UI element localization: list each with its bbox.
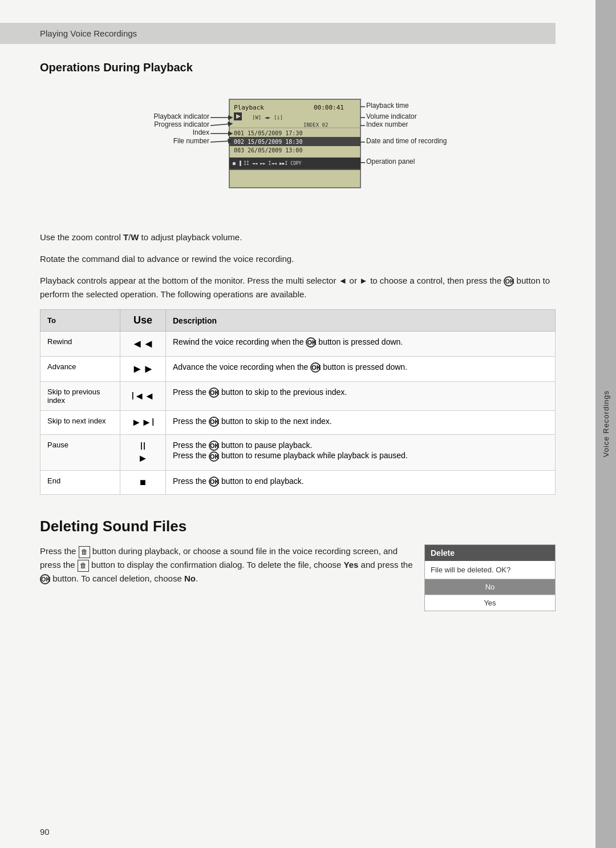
ok-icon: OK <box>209 417 219 427</box>
operations-title: Operations During Playback <box>40 61 556 74</box>
table-row: End ■ Press the OK button to end playbac… <box>40 471 556 495</box>
svg-text:■ ▐ II ◄◄ ►► I◄◄ ▶▶I  COPY: ■ ▐ II ◄◄ ►► I◄◄ ▶▶I COPY <box>233 160 302 166</box>
ok-icon: OK <box>40 574 50 584</box>
table-cell-use: ►►I <box>120 411 166 435</box>
table-cell-to: Skip to previous index <box>40 382 120 411</box>
operations-table: To Use Description Rewind ◄◄ Rewind the … <box>40 309 556 495</box>
table-row: Skip to previous index I◄◄ Press the OK … <box>40 382 556 411</box>
delete-dialog-no[interactable]: No <box>425 579 555 595</box>
delete-dialog-message: File will be deleted. OK? <box>425 561 555 579</box>
table-cell-to: End <box>40 471 120 495</box>
svg-text:Operation panel: Operation panel <box>366 158 415 165</box>
header-section-label: Playing Voice Recordings <box>40 29 137 38</box>
svg-text:Playback indicator: Playback indicator <box>154 112 209 120</box>
svg-text:Date and time of recording: Date and time of recording <box>366 137 447 145</box>
table-row: Pause II► Press the OK button to pause p… <box>40 435 556 471</box>
table-row: Skip to next index ►►I Press the OK butt… <box>40 411 556 435</box>
table-cell-to: Rewind <box>40 332 120 357</box>
table-row: Rewind ◄◄ Rewind the voice recording whe… <box>40 332 556 357</box>
svg-text:Progress indicator: Progress indicator <box>154 120 209 128</box>
body-para-3: Playback controls appear at the bottom o… <box>40 274 556 301</box>
table-cell-use: ◄◄ <box>120 332 166 357</box>
table-cell-desc: Press the OK button to skip to the next … <box>166 411 556 435</box>
diagram-svg: Playback 00:00:41 [W] ◄► [i] INDEX 02 <box>121 88 475 213</box>
body-para-2: Rotate the command dial to advance or re… <box>40 252 556 266</box>
svg-text:001  15/05/2009  17:30: 001 15/05/2009 17:30 <box>234 130 302 136</box>
svg-text:002  15/05/2009  18:30: 002 15/05/2009 18:30 <box>234 139 302 145</box>
table-cell-desc: Press the OK button to end playback. <box>166 471 556 495</box>
svg-text:INDEX 02: INDEX 02 <box>303 122 328 128</box>
svg-text:Index number: Index number <box>366 120 408 128</box>
svg-text:00:00:41: 00:00:41 <box>314 104 344 111</box>
svg-rect-14 <box>229 169 360 170</box>
ok-icon: OK <box>310 362 321 373</box>
diagram-area: Playback 00:00:41 [W] ◄► [i] INDEX 02 <box>40 88 556 213</box>
table-cell-to: Pause <box>40 435 120 471</box>
ok-icon: OK <box>209 451 219 462</box>
table-cell-desc: Press the OK button to pause playback.Pr… <box>166 435 556 471</box>
diagram-wrapper: Playback 00:00:41 [W] ◄► [i] INDEX 02 <box>121 88 475 213</box>
ok-icon: OK <box>209 387 219 398</box>
svg-text:Playback: Playback <box>234 104 264 111</box>
svg-line-22 <box>210 141 230 142</box>
side-tab-label: Voice Recordings <box>602 390 610 457</box>
body-para-1: Use the zoom control T/W to adjust playb… <box>40 231 556 244</box>
svg-text:Volume indicator: Volume indicator <box>366 112 417 120</box>
svg-line-18 <box>210 124 230 126</box>
table-header-description: Description <box>166 310 556 332</box>
svg-text:003  26/05/2009  13:00: 003 26/05/2009 13:00 <box>234 147 302 154</box>
svg-text:File number: File number <box>173 137 209 145</box>
trash-icon: 🗑 <box>79 546 90 558</box>
table-cell-desc: Advance the voice recording when the OK … <box>166 357 556 382</box>
table-row: Advance ►► Advance the voice recording w… <box>40 357 556 382</box>
side-tab: Voice Recordings <box>595 0 616 848</box>
table-cell-use: ►► <box>120 357 166 382</box>
delete-dialog-title: Delete <box>425 545 555 561</box>
table-cell-to: Advance <box>40 357 120 382</box>
svg-text:Playback time: Playback time <box>366 102 409 110</box>
ok-icon: OK <box>209 441 219 451</box>
ok-icon: OK <box>209 477 219 487</box>
table-cell-desc: Rewind the voice recording when the OK b… <box>166 332 556 357</box>
table-header-use: Use <box>120 310 166 332</box>
table-cell-to: Skip to next index <box>40 411 120 435</box>
table-cell-use: I◄◄ <box>120 382 166 411</box>
table-cell-desc: Press the OK button to skip to the previ… <box>166 382 556 411</box>
table-header-to: To <box>40 310 120 332</box>
svg-text:Index: Index <box>193 128 209 136</box>
table-cell-use: II► <box>120 435 166 471</box>
delete-dialog: Delete File will be deleted. OK? No Yes <box>424 544 556 611</box>
trash-icon-2: 🗑 <box>78 560 89 572</box>
header-bar: Playing Voice Recordings <box>0 23 556 44</box>
ok-icon: OK <box>306 337 316 348</box>
delete-dialog-yes[interactable]: Yes <box>425 595 555 611</box>
deleting-title: Deleting Sound Files <box>40 518 556 535</box>
ok-icon: OK <box>504 276 514 286</box>
svg-text:[W] ◄► [i]: [W] ◄► [i] <box>252 115 283 120</box>
page-number: 90 <box>40 827 50 837</box>
table-cell-use: ■ <box>120 471 166 495</box>
